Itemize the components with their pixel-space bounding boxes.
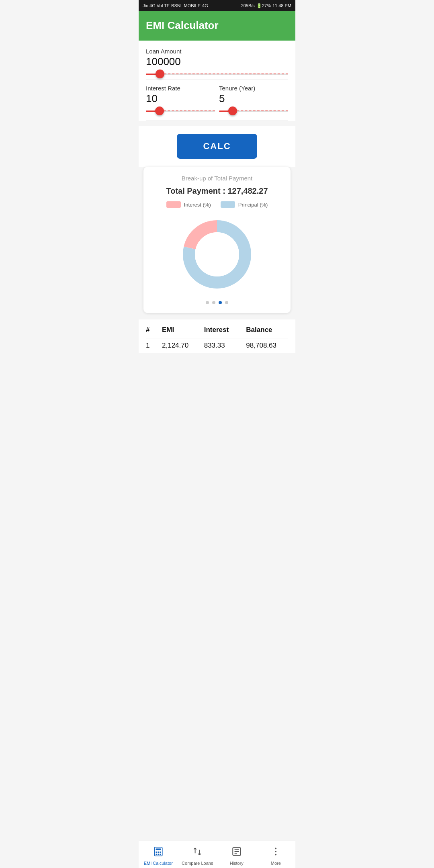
tenure-slider-track (219, 111, 288, 112)
row1-balance: 98,708.63 (246, 342, 288, 350)
legend-interest-color (166, 201, 181, 208)
legend-interest: Interest (%) (166, 201, 211, 208)
donut-chart (177, 214, 257, 295)
time-text: 11:48 PM (272, 3, 291, 8)
dot-2[interactable] (212, 301, 215, 304)
breakup-title: Break-up of Total Payment (150, 175, 284, 182)
calc-button[interactable]: CALC (177, 134, 257, 159)
loan-amount-slider-container[interactable] (146, 74, 288, 75)
row1-emi: 2,124.70 (162, 342, 204, 350)
table-row: 1 2,124.70 833.33 98,708.63 (146, 338, 288, 353)
loan-amount-value: 100000 (146, 55, 288, 68)
col-header-interest: Interest (204, 326, 246, 334)
interest-slider-container[interactable] (146, 111, 215, 112)
breakup-card: Break-up of Total Payment Total Payment … (143, 167, 291, 313)
calc-btn-container: CALC (139, 126, 295, 167)
tenure-dotted (233, 111, 288, 112)
pagination-dots (150, 301, 284, 304)
svg-point-2 (195, 232, 239, 276)
col-header-balance: Balance (246, 326, 288, 334)
row1-num: 1 (146, 342, 162, 350)
legend-principal: Principal (%) (221, 201, 268, 208)
col-header-num: # (146, 326, 162, 334)
tenure-section: Tenure (Year) 5 (219, 85, 288, 116)
donut-chart-container (150, 214, 284, 295)
carrier1-text: Jio 4G VoLTE (143, 3, 170, 8)
total-payment-value: 127,482.27 (227, 186, 268, 195)
interest-dotted (160, 111, 215, 112)
dot-1[interactable] (206, 301, 209, 304)
loan-amount-label: Loan Amount (146, 48, 288, 55)
dot-3[interactable] (219, 301, 222, 304)
total-payment-row: Total Payment : 127,482.27 (150, 186, 284, 196)
tenure-value: 5 (219, 92, 288, 105)
tenure-label: Tenure (Year) (219, 85, 288, 92)
table-header: # EMI Interest Balance (146, 326, 288, 338)
legend-principal-color (221, 201, 235, 208)
interest-rate-label: Interest Rate (146, 85, 215, 92)
signal-text: 4G (202, 3, 208, 8)
rate-tenure-row: Interest Rate 10 Tenure (Year) 5 (146, 85, 288, 116)
legend-principal-label: Principal (%) (238, 202, 268, 208)
tenure-slider-container[interactable] (219, 111, 288, 112)
divider-2 (146, 121, 288, 121)
divider-1 (146, 80, 288, 80)
interest-rate-section: Interest Rate 10 (146, 85, 215, 116)
amortization-table: # EMI Interest Balance 1 2,124.70 833.33… (139, 319, 295, 353)
main-content: Loan Amount 100000 Interest Rate 10 (139, 41, 295, 121)
loan-amount-slider-track (146, 74, 288, 75)
app-header: EMI Calculator (139, 11, 295, 41)
carrier2-text: BSNL MOBILE (171, 3, 201, 8)
interest-rate-value: 10 (146, 92, 215, 105)
loan-amount-section: Loan Amount 100000 (146, 48, 288, 75)
dot-4[interactable] (225, 301, 228, 304)
total-payment-label: Total Payment : (166, 186, 227, 195)
legend-interest-label: Interest (%) (184, 202, 211, 208)
app-title: EMI Calculator (146, 19, 288, 32)
battery-text: 🔋27% (256, 3, 271, 8)
status-right: 205B/s 🔋27% 11:48 PM (241, 3, 291, 8)
col-header-emi: EMI (162, 326, 204, 334)
status-left: Jio 4G VoLTE BSNL MOBILE 4G (143, 3, 208, 8)
status-bar: Jio 4G VoLTE BSNL MOBILE 4G 205B/s 🔋27% … (139, 0, 295, 11)
loan-amount-dotted (160, 74, 288, 75)
interest-slider-track (146, 111, 215, 112)
row1-interest: 833.33 (204, 342, 246, 350)
speed-text: 205B/s (241, 3, 255, 8)
chart-legend: Interest (%) Principal (%) (150, 201, 284, 208)
